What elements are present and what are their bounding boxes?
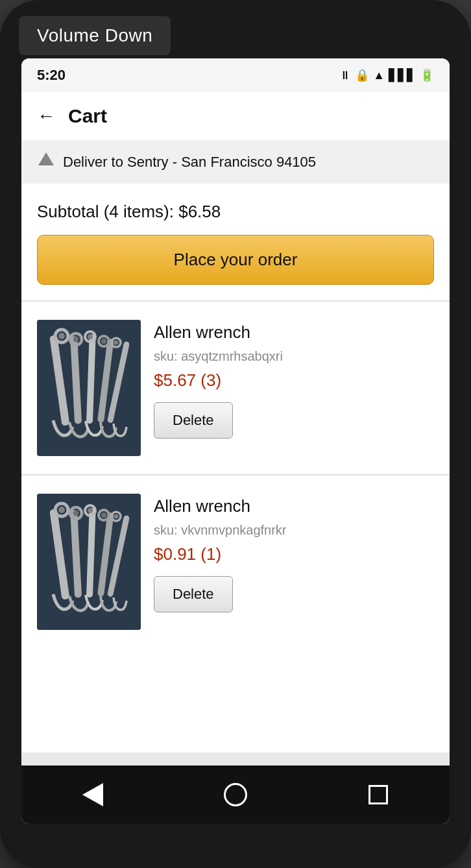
item-details-1: Allen wrench sku: asyqtzmrhsabqxri $5.67… <box>154 320 434 439</box>
svg-point-27 <box>88 508 93 513</box>
status-bar: 5:20 ⏸ 🔒 ▲ ▋▋▋ 🔋 <box>21 58 450 92</box>
page-title: Cart <box>68 105 107 127</box>
lock-icon: 🔒 <box>355 68 369 82</box>
phone-device: Volume Down 5:20 ⏸ 🔒 ▲ ▋▋▋ 🔋 <box>0 0 471 868</box>
delivery-icon <box>37 151 55 173</box>
delete-button-2[interactable]: Delete <box>154 576 233 612</box>
battery-icon: 🔋 <box>420 68 434 82</box>
nav-back-button[interactable] <box>77 778 109 811</box>
back-triangle-icon <box>82 783 103 806</box>
svg-point-11 <box>88 334 93 339</box>
order-button-wrap: Place your order <box>21 235 450 300</box>
svg-point-5 <box>58 333 65 339</box>
nav-recent-button[interactable] <box>362 778 394 811</box>
cart-item: Allen wrench sku: asyqtzmrhsabqxri $5.67… <box>21 302 450 474</box>
svg-point-21 <box>58 507 65 513</box>
phone-screen: 5:20 ⏸ 🔒 ▲ ▋▋▋ 🔋 ← Cart <box>21 58 450 824</box>
svg-point-14 <box>101 339 106 344</box>
back-button[interactable]: ← <box>37 106 55 127</box>
svg-point-33 <box>114 514 119 519</box>
bottom-nav <box>21 766 450 824</box>
home-circle-icon <box>224 783 247 806</box>
cart-item-2: Allen wrench sku: vkvnmvpnkagfnrkr $0.91… <box>21 476 450 648</box>
signal-icon: ▋▋▋ <box>389 68 416 82</box>
app-header: ← Cart <box>21 92 450 141</box>
status-time: 5:20 <box>37 67 66 84</box>
svg-point-30 <box>101 512 106 518</box>
svg-point-8 <box>73 337 79 343</box>
subtotal-label: Subtotal (4 items): $6.58 <box>37 202 221 221</box>
item-name-2: Allen wrench <box>154 496 434 516</box>
item-sku-1: sku: asyqtzmrhsabqxri <box>154 349 434 364</box>
wifi-icon: ▲ <box>373 69 385 82</box>
item-image-2 <box>37 494 141 630</box>
svg-point-17 <box>114 341 119 345</box>
item-name-1: Allen wrench <box>154 322 434 343</box>
media-icon: ⏸ <box>339 69 351 82</box>
subtotal-section: Subtotal (4 items): $6.58 <box>21 184 450 235</box>
delete-button-1[interactable]: Delete <box>154 402 233 439</box>
place-order-button[interactable]: Place your order <box>37 235 434 285</box>
item-price-1: $5.67 (3) <box>154 370 434 391</box>
svg-marker-1 <box>40 154 53 164</box>
nav-home-button[interactable] <box>219 778 252 811</box>
item-image-1 <box>37 320 141 456</box>
status-icons: ⏸ 🔒 ▲ ▋▋▋ 🔋 <box>339 68 434 82</box>
item-price-2: $0.91 (1) <box>154 544 434 564</box>
delivery-text: Deliver to Sentry - San Francisco 94105 <box>63 154 316 171</box>
delivery-bar: Deliver to Sentry - San Francisco 94105 <box>21 141 450 184</box>
volume-tooltip: Volume Down <box>19 16 171 55</box>
item-sku-2: sku: vkvnmvpnkagfnrkr <box>154 523 434 538</box>
item-details-2: Allen wrench sku: vkvnmvpnkagfnrkr $0.91… <box>154 494 434 612</box>
svg-point-24 <box>73 511 79 516</box>
recent-square-icon <box>368 785 388 804</box>
app-content: ← Cart Deliver to Sentry - San Francisco… <box>21 92 450 753</box>
